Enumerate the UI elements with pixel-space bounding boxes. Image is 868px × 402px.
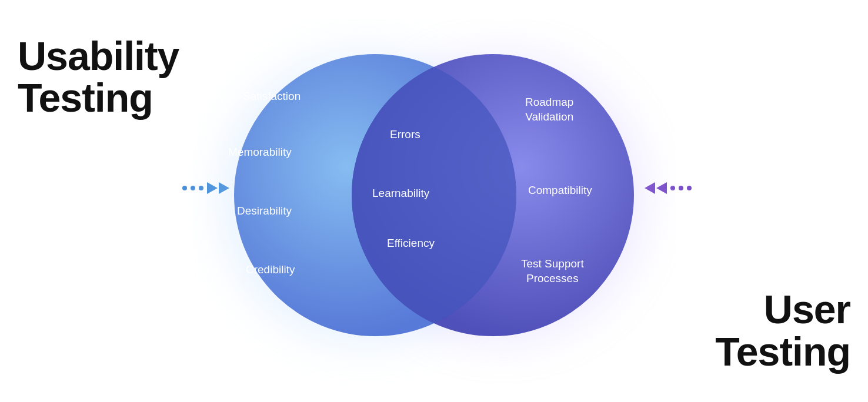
page-container: Usability Testing User Testing xyxy=(0,0,868,402)
title-right: User Testing xyxy=(715,289,850,373)
title-left: Usability Testing xyxy=(18,35,179,119)
venn-diagram: Satisfaction Memorability Desirability C… xyxy=(193,19,675,383)
